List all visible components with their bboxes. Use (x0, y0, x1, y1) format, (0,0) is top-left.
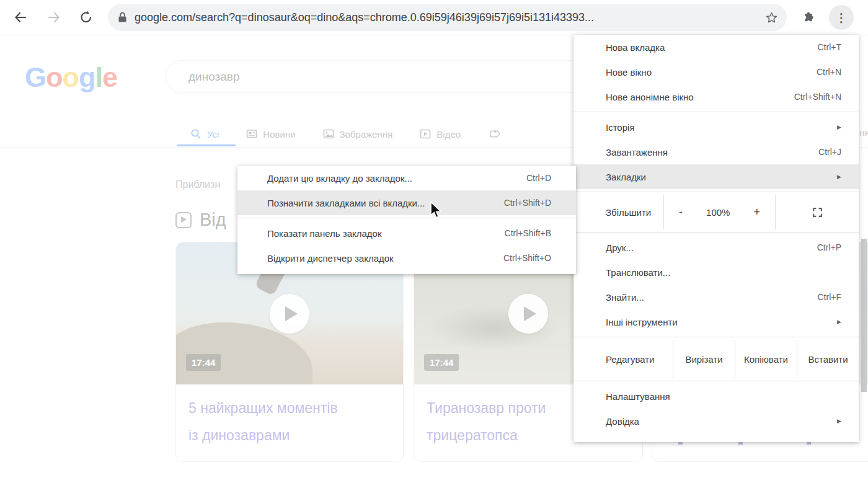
menu-item-new-tab[interactable]: Нова вкладка Ctrl+T (574, 35, 859, 60)
menu-label: Завантаження (606, 147, 818, 157)
menu-item-downloads[interactable]: Завантаження Ctrl+J (574, 140, 859, 164)
menu-shortcut: Ctrl+N (817, 67, 841, 77)
cut-button[interactable]: Вирізати (673, 340, 735, 378)
menu-label: Друк... (606, 242, 817, 253)
fullscreen-button[interactable] (775, 195, 859, 229)
results-count: Приблизн (175, 179, 220, 190)
video-title[interactable]: 5 найкращих моментівіз динозаврами (188, 394, 391, 449)
menu-shortcut: Ctrl+D (526, 173, 551, 183)
tab-shopping[interactable] (488, 128, 500, 140)
zoom-out-button[interactable]: - (679, 206, 683, 219)
search-icon (190, 128, 202, 140)
menu-separator (574, 381, 859, 381)
menu-label: Закладки (606, 172, 837, 182)
videos-heading-label: Від (200, 210, 226, 230)
clipped-title-fragment (678, 442, 683, 445)
tab-videos[interactable]: Відео (420, 128, 461, 140)
menu-shortcut: Ctrl+F (818, 292, 842, 302)
browser-menu-button[interactable]: ⋮ (829, 5, 854, 30)
images-icon (323, 128, 334, 140)
logo-letter: o (46, 61, 63, 93)
menu-separator (574, 112, 859, 112)
bookmark-star-icon[interactable] (765, 11, 778, 24)
menu-item-new-window[interactable]: Нове вікно Ctrl+N (574, 60, 859, 84)
zoom-label: Збільшити (574, 195, 663, 229)
menu-label: Транслювати... (606, 267, 841, 278)
zoom-level-value: 100% (706, 207, 730, 218)
tab-all[interactable]: Усі (190, 128, 219, 140)
page-scrollbar-thumb[interactable] (861, 239, 867, 392)
logo-letter: o (63, 61, 79, 93)
tab-news[interactable]: Новини (246, 128, 295, 140)
video-card[interactable]: 17:44 5 найкращих моментівіз динозаврами (175, 242, 404, 462)
clipped-title-fragment (807, 442, 811, 445)
menu-label: Позначити закладками всі вкладки... (267, 198, 504, 208)
omnibox[interactable]: google.com/search?q=dinosaur&oq=dino&aqs… (108, 4, 787, 31)
lock-icon (118, 12, 127, 23)
reload-icon (79, 10, 94, 25)
menu-shortcut: Ctrl+Shift+N (794, 92, 841, 102)
submenu-arrow-icon: ▶ (837, 124, 841, 130)
settings-link-fragment: ня (859, 127, 868, 138)
tab-images[interactable]: Зображення (323, 128, 393, 140)
submenu-item-show-bookmarks-bar[interactable]: Показати панель закладок Ctrl+Shift+B (237, 221, 576, 246)
menu-shortcut: Ctrl+T (818, 42, 842, 52)
submenu-item-bookmark-all-tabs[interactable]: Позначити закладками всі вкладки... Ctrl… (237, 190, 576, 215)
menu-label: Відкрити диспетчер закладок (267, 253, 503, 264)
play-button[interactable] (270, 294, 309, 334)
menu-item-more-tools[interactable]: Інші інструменти ▶ (574, 309, 859, 334)
menu-shortcut: Ctrl+Shift+B (505, 228, 551, 238)
extensions-button[interactable] (795, 4, 822, 30)
news-icon (246, 128, 257, 140)
submenu-arrow-icon: ▶ (837, 319, 841, 325)
tab-label: Зображення (340, 129, 393, 140)
menu-shortcut: Ctrl+J (818, 147, 841, 157)
submenu-item-bookmark-manager[interactable]: Відкрити диспетчер закладок Ctrl+Shift+O (237, 246, 576, 270)
submenu-item-bookmark-this-tab[interactable]: Додати цю вкладку до закладок... Ctrl+D (237, 166, 576, 190)
three-dots-icon: ⋮ (836, 11, 848, 25)
zoom-in-button[interactable]: + (753, 206, 760, 219)
submenu-arrow-icon: ▶ (837, 418, 841, 424)
forward-button[interactable] (41, 4, 67, 30)
video-title-line: трицератопса (427, 427, 518, 443)
menu-label: Довідка (606, 416, 837, 427)
menu-shortcut: Ctrl+Shift+D (504, 198, 551, 208)
video-duration-badge: 17:44 (424, 354, 459, 371)
back-icon (13, 10, 28, 25)
menu-item-history[interactable]: Історія ▶ (574, 115, 859, 140)
menu-item-print[interactable]: Друк... Ctrl+P (574, 235, 859, 260)
paste-button[interactable]: Вставити (797, 340, 859, 378)
videos-section-heading: Від (175, 210, 226, 230)
copy-button[interactable]: Копіювати (735, 340, 797, 378)
menu-item-new-incognito[interactable]: Нове анонімне вікно Ctrl+Shift+N (574, 84, 859, 109)
forward-icon (46, 10, 61, 25)
menu-label: Нове вікно (606, 67, 817, 78)
video-icon (420, 128, 431, 140)
menu-item-cast[interactable]: Транслювати... (574, 260, 859, 285)
edit-controls-row: Редагувати Вирізати Копіювати Вставити (574, 340, 859, 378)
logo-letter: e (102, 61, 117, 93)
play-button[interactable] (508, 294, 548, 334)
menu-separator (574, 192, 859, 192)
back-button[interactable] (7, 4, 33, 30)
reload-button[interactable] (73, 4, 99, 30)
fullscreen-icon (812, 207, 823, 218)
clipped-title-fragment (738, 442, 743, 445)
submenu-arrow-icon: ▶ (837, 174, 841, 180)
url-text[interactable]: google.com/search?q=dinosaur&oq=dino&aqs… (135, 11, 765, 24)
active-tab-underline (177, 144, 236, 146)
menu-label: Показати панель закладок (267, 228, 505, 239)
menu-item-find[interactable]: Знайти... Ctrl+F (574, 285, 859, 309)
video-card-body: 5 найкращих моментівіз динозаврами (176, 384, 403, 449)
edit-label: Редагувати (574, 340, 673, 378)
browser-window: Google динозавр Усі Новини Зображення Ві… (0, 0, 868, 488)
menu-shortcut: Ctrl+P (817, 242, 841, 252)
menu-label: Історія (606, 122, 837, 133)
menu-item-bookmarks[interactable]: Закладки ▶ (574, 164, 859, 189)
browser-toolbar: google.com/search?q=dinosaur&oq=dino&aqs… (0, 0, 868, 35)
logo-letter: G (25, 61, 46, 93)
mouse-cursor (430, 202, 444, 220)
menu-item-settings[interactable]: Налаштування (574, 384, 859, 409)
menu-item-help[interactable]: Довідка ▶ (574, 409, 859, 433)
zoom-level-controls: - 100% + (663, 195, 775, 229)
